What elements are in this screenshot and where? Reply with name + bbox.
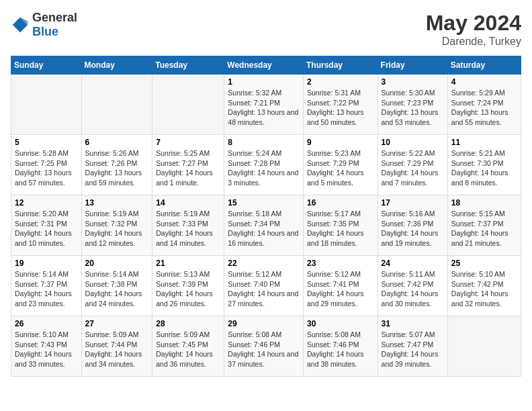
calendar-cell: 25Sunrise: 5:10 AMSunset: 7:42 PMDayligh… bbox=[447, 256, 521, 316]
day-number: 8 bbox=[228, 138, 300, 147]
day-info: Sunrise: 5:20 AMSunset: 7:31 PMDaylight:… bbox=[15, 209, 78, 248]
calendar-cell: 27Sunrise: 5:09 AMSunset: 7:44 PMDayligh… bbox=[81, 316, 152, 377]
day-info: Sunrise: 5:31 AMSunset: 7:22 PMDaylight:… bbox=[307, 88, 374, 128]
calendar-cell: 5Sunrise: 5:28 AMSunset: 7:25 PMDaylight… bbox=[11, 135, 82, 195]
day-info: Sunrise: 5:30 AMSunset: 7:23 PMDaylight:… bbox=[382, 88, 444, 128]
day-number: 23 bbox=[307, 259, 374, 268]
calendar-week-row: 5Sunrise: 5:28 AMSunset: 7:25 PMDaylight… bbox=[11, 135, 521, 195]
calendar-cell: 3Sunrise: 5:30 AMSunset: 7:23 PMDaylight… bbox=[378, 75, 447, 135]
calendar-cell: 14Sunrise: 5:19 AMSunset: 7:33 PMDayligh… bbox=[152, 195, 224, 256]
day-info: Sunrise: 5:26 AMSunset: 7:26 PMDaylight:… bbox=[85, 148, 149, 188]
day-number: 18 bbox=[451, 198, 517, 208]
day-info: Sunrise: 5:10 AMSunset: 7:43 PMDaylight:… bbox=[15, 330, 78, 369]
calendar-cell: 2Sunrise: 5:31 AMSunset: 7:22 PMDaylight… bbox=[303, 75, 378, 135]
day-number: 29 bbox=[228, 319, 300, 328]
day-number: 21 bbox=[156, 259, 220, 268]
day-number: 5 bbox=[15, 138, 78, 147]
calendar-cell: 26Sunrise: 5:10 AMSunset: 7:43 PMDayligh… bbox=[11, 316, 82, 377]
day-info: Sunrise: 5:08 AMSunset: 7:46 PMDaylight:… bbox=[228, 330, 300, 369]
day-info: Sunrise: 5:07 AMSunset: 7:47 PMDaylight:… bbox=[382, 330, 444, 369]
day-number: 14 bbox=[156, 198, 220, 208]
day-info: Sunrise: 5:13 AMSunset: 7:39 PMDaylight:… bbox=[156, 269, 220, 309]
calendar-cell: 15Sunrise: 5:18 AMSunset: 7:34 PMDayligh… bbox=[224, 195, 304, 256]
day-number: 1 bbox=[228, 77, 300, 87]
title-block: May 2024 Darende, Turkey bbox=[426, 11, 521, 48]
day-info: Sunrise: 5:32 AMSunset: 7:21 PMDaylight:… bbox=[228, 88, 300, 128]
day-info: Sunrise: 5:12 AMSunset: 7:40 PMDaylight:… bbox=[228, 269, 300, 309]
weekday-header: Thursday bbox=[303, 56, 378, 75]
day-info: Sunrise: 5:12 AMSunset: 7:41 PMDaylight:… bbox=[307, 269, 374, 309]
calendar-cell: 22Sunrise: 5:12 AMSunset: 7:40 PMDayligh… bbox=[224, 256, 304, 316]
calendar-week-row: 1Sunrise: 5:32 AMSunset: 7:21 PMDaylight… bbox=[11, 75, 521, 135]
weekday-header: Tuesday bbox=[152, 56, 224, 75]
calendar-cell bbox=[81, 75, 152, 135]
page-header: General Blue May 2024 Darende, Turkey bbox=[11, 11, 521, 48]
calendar-cell: 29Sunrise: 5:08 AMSunset: 7:46 PMDayligh… bbox=[224, 316, 304, 377]
day-info: Sunrise: 5:14 AMSunset: 7:38 PMDaylight:… bbox=[85, 269, 149, 309]
day-info: Sunrise: 5:19 AMSunset: 7:33 PMDaylight:… bbox=[156, 209, 220, 248]
calendar-cell: 16Sunrise: 5:17 AMSunset: 7:35 PMDayligh… bbox=[303, 195, 378, 256]
day-info: Sunrise: 5:16 AMSunset: 7:36 PMDaylight:… bbox=[382, 209, 444, 248]
day-number: 17 bbox=[382, 198, 444, 208]
calendar-cell: 7Sunrise: 5:25 AMSunset: 7:27 PMDaylight… bbox=[152, 135, 224, 195]
logo-general: General bbox=[32, 11, 77, 24]
calendar-cell: 28Sunrise: 5:09 AMSunset: 7:45 PMDayligh… bbox=[152, 316, 224, 377]
day-info: Sunrise: 5:19 AMSunset: 7:32 PMDaylight:… bbox=[85, 209, 149, 248]
logo-icon bbox=[11, 15, 30, 34]
location-title: Darende, Turkey bbox=[426, 36, 521, 48]
calendar-cell: 11Sunrise: 5:21 AMSunset: 7:30 PMDayligh… bbox=[447, 135, 521, 195]
day-number: 28 bbox=[156, 319, 220, 328]
day-number: 12 bbox=[15, 198, 78, 208]
calendar-cell: 6Sunrise: 5:26 AMSunset: 7:26 PMDaylight… bbox=[81, 135, 152, 195]
day-number: 7 bbox=[156, 138, 220, 147]
day-info: Sunrise: 5:10 AMSunset: 7:42 PMDaylight:… bbox=[451, 269, 517, 309]
day-number: 15 bbox=[228, 198, 300, 208]
calendar-cell: 30Sunrise: 5:08 AMSunset: 7:46 PMDayligh… bbox=[303, 316, 378, 377]
calendar-cell: 19Sunrise: 5:14 AMSunset: 7:37 PMDayligh… bbox=[11, 256, 82, 316]
svg-marker-0 bbox=[13, 17, 28, 32]
day-info: Sunrise: 5:22 AMSunset: 7:29 PMDaylight:… bbox=[382, 148, 444, 188]
day-number: 6 bbox=[85, 138, 149, 147]
calendar-cell: 12Sunrise: 5:20 AMSunset: 7:31 PMDayligh… bbox=[11, 195, 82, 256]
calendar-cell: 31Sunrise: 5:07 AMSunset: 7:47 PMDayligh… bbox=[378, 316, 447, 377]
day-number: 19 bbox=[15, 259, 78, 268]
day-number: 20 bbox=[85, 259, 149, 268]
weekday-header: Sunday bbox=[11, 56, 82, 75]
calendar-week-row: 19Sunrise: 5:14 AMSunset: 7:37 PMDayligh… bbox=[11, 256, 521, 316]
calendar-cell bbox=[11, 75, 82, 135]
weekday-header: Friday bbox=[378, 56, 447, 75]
day-number: 10 bbox=[382, 138, 444, 147]
day-info: Sunrise: 5:24 AMSunset: 7:28 PMDaylight:… bbox=[228, 148, 300, 188]
day-info: Sunrise: 5:21 AMSunset: 7:30 PMDaylight:… bbox=[451, 148, 517, 188]
day-number: 22 bbox=[228, 259, 300, 268]
calendar-cell: 18Sunrise: 5:15 AMSunset: 7:37 PMDayligh… bbox=[447, 195, 521, 256]
month-title: May 2024 bbox=[426, 11, 521, 36]
day-number: 3 bbox=[382, 77, 444, 87]
day-number: 30 bbox=[307, 319, 374, 328]
calendar-cell bbox=[152, 75, 224, 135]
calendar-cell: 8Sunrise: 5:24 AMSunset: 7:28 PMDaylight… bbox=[224, 135, 304, 195]
weekday-header: Wednesday bbox=[224, 56, 304, 75]
day-number: 25 bbox=[451, 259, 517, 268]
calendar-week-row: 26Sunrise: 5:10 AMSunset: 7:43 PMDayligh… bbox=[11, 316, 521, 377]
calendar-cell: 21Sunrise: 5:13 AMSunset: 7:39 PMDayligh… bbox=[152, 256, 224, 316]
calendar-cell: 10Sunrise: 5:22 AMSunset: 7:29 PMDayligh… bbox=[378, 135, 447, 195]
weekday-header: Saturday bbox=[447, 56, 521, 75]
day-number: 11 bbox=[451, 138, 517, 147]
calendar-cell: 1Sunrise: 5:32 AMSunset: 7:21 PMDaylight… bbox=[224, 75, 304, 135]
day-info: Sunrise: 5:18 AMSunset: 7:34 PMDaylight:… bbox=[228, 209, 300, 248]
day-info: Sunrise: 5:15 AMSunset: 7:37 PMDaylight:… bbox=[451, 209, 517, 248]
day-info: Sunrise: 5:25 AMSunset: 7:27 PMDaylight:… bbox=[156, 148, 220, 188]
calendar-table: SundayMondayTuesdayWednesdayThursdayFrid… bbox=[11, 56, 521, 377]
day-info: Sunrise: 5:14 AMSunset: 7:37 PMDaylight:… bbox=[15, 269, 78, 309]
day-info: Sunrise: 5:17 AMSunset: 7:35 PMDaylight:… bbox=[307, 209, 374, 248]
weekday-header-row: SundayMondayTuesdayWednesdayThursdayFrid… bbox=[11, 56, 521, 75]
day-info: Sunrise: 5:28 AMSunset: 7:25 PMDaylight:… bbox=[15, 148, 78, 188]
calendar-cell: 4Sunrise: 5:29 AMSunset: 7:24 PMDaylight… bbox=[447, 75, 521, 135]
logo: General Blue bbox=[11, 11, 77, 39]
day-number: 13 bbox=[85, 198, 149, 208]
day-number: 2 bbox=[307, 77, 374, 87]
calendar-cell: 20Sunrise: 5:14 AMSunset: 7:38 PMDayligh… bbox=[81, 256, 152, 316]
calendar-cell: 13Sunrise: 5:19 AMSunset: 7:32 PMDayligh… bbox=[81, 195, 152, 256]
day-info: Sunrise: 5:09 AMSunset: 7:45 PMDaylight:… bbox=[156, 330, 220, 369]
